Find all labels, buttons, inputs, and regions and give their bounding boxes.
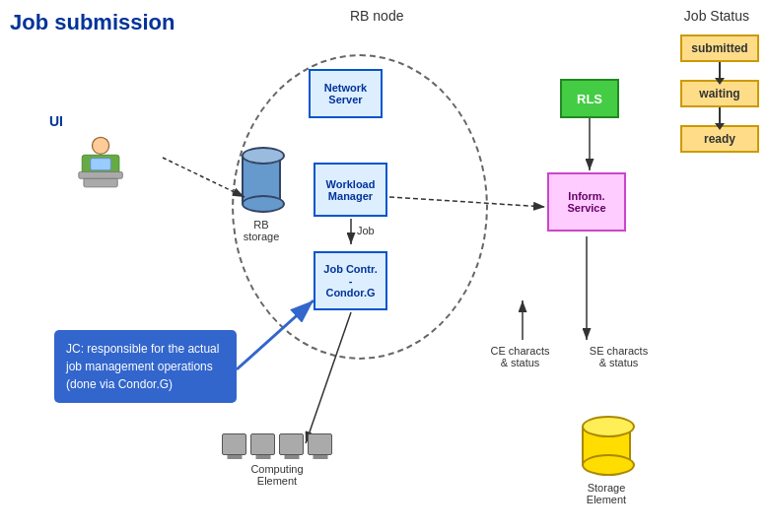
computers-icon [222, 433, 332, 455]
network-server-label: NetworkServer [324, 82, 367, 105]
status-arrow-1 [719, 62, 721, 80]
person-figure [69, 133, 133, 192]
status-arrow-2 [719, 107, 721, 125]
se-characts: SE characts& status [582, 345, 656, 368]
network-server-box: NetworkServer [309, 69, 383, 118]
rb-label: RB [253, 219, 268, 231]
svg-rect-2 [79, 171, 123, 178]
page-title: Job submission [10, 10, 175, 35]
mini-computer-3 [279, 433, 304, 455]
storage-label: storage [244, 231, 280, 242]
svg-rect-4 [91, 159, 111, 170]
rb-cylinder [242, 153, 281, 207]
job-label: Job [357, 225, 375, 236]
status-submitted: submitted [680, 34, 759, 62]
mini-computer-4 [308, 433, 332, 455]
ce-characts: CE characts& status [483, 345, 557, 368]
rls-box: RLS [560, 79, 619, 118]
storage-element: StorageElement [582, 424, 631, 505]
inform-service-box: Inform.Service [547, 172, 626, 232]
workload-manager-box: WorkloadManager [314, 163, 387, 217]
inform-service-label: Inform.Service [567, 190, 605, 214]
computing-element: ComputingElement [222, 433, 332, 487]
job-contr-box: Job Contr.-Condor.G [314, 251, 387, 310]
job-status-label: Job Status [684, 8, 749, 24]
status-flow: submitted waiting ready [680, 34, 759, 153]
mini-computer-1 [222, 433, 246, 455]
computing-element-label: ComputingElement [250, 463, 303, 487]
storage-cylinder [582, 424, 631, 468]
jc-callout: JC: responsible for the actual job manag… [54, 330, 237, 403]
mini-computer-2 [250, 433, 275, 455]
workload-manager-label: WorkloadManager [326, 178, 376, 202]
rb-storage-container: RB storage [242, 153, 281, 242]
ui-container: UI [69, 113, 133, 192]
rb-node-label: RB node [350, 8, 403, 24]
svg-point-0 [93, 137, 109, 154]
storage-element-label: StorageElement [587, 482, 626, 505]
job-contr-label: Job Contr.-Condor.G [323, 263, 377, 299]
svg-rect-3 [84, 178, 117, 187]
ui-label: UI [49, 113, 63, 129]
